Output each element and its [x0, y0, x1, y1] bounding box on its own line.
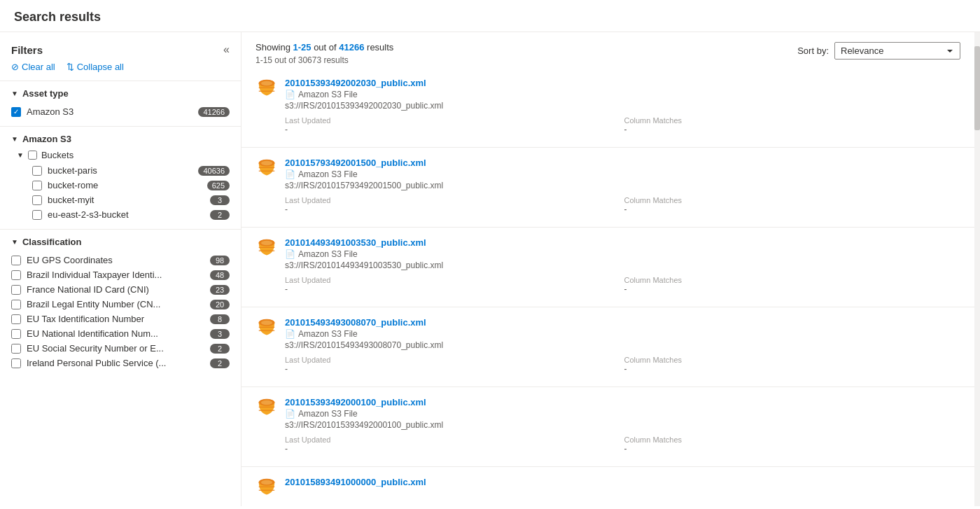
column-matches-label-2: Column Matches [624, 196, 961, 204]
last-updated-value-2: - [285, 204, 622, 214]
amazon-s3-checkbox[interactable]: ✓ [11, 107, 21, 117]
filter-item-bucket-paris[interactable]: bucket-paris 40636 [32, 163, 230, 178]
classification-chevron: ▼ [11, 238, 18, 246]
result-type-5: 📄 Amazon S3 File [285, 409, 960, 419]
s3-bucket-icon [255, 158, 278, 180]
s3-bucket-icon [255, 477, 278, 499]
clear-all-link[interactable]: ⊘ Clear all [11, 62, 55, 72]
filter-item-eu-gps[interactable]: EU GPS Coordinates 98 [11, 253, 230, 267]
asset-type-chevron: ▼ [11, 90, 18, 97]
sort-select[interactable]: Relevance Last Updated Name [834, 42, 960, 60]
asset-type-header[interactable]: ▼ Asset type [11, 88, 230, 99]
amazon-s3-chevron: ▼ [11, 135, 18, 143]
filter-item-eu-tax[interactable]: EU Tax Identification Number 8 [11, 312, 230, 326]
result-item[interactable]: 201015793492001500_public.xml 📄 Amazon S… [241, 148, 974, 228]
ireland-personal-checkbox[interactable] [11, 358, 21, 368]
file-icon-1: 📄 [285, 90, 295, 99]
last-updated-label-4: Last Updated [285, 356, 622, 364]
eu-social-count: 2 [210, 344, 230, 354]
asset-type-label: Asset type [22, 88, 69, 99]
column-matches-label-3: Column Matches [624, 276, 961, 284]
eu-social-checkbox[interactable] [11, 344, 21, 354]
bucket-myit-checkbox[interactable] [32, 195, 42, 205]
column-matches-value-3: - [624, 284, 961, 294]
results-total: 41266 [339, 42, 367, 53]
result-meta-3: Last Updated - Column Matches - [285, 276, 960, 294]
bucket-paris-checkbox[interactable] [32, 166, 42, 176]
eu-gps-checkbox[interactable] [11, 256, 21, 265]
buckets-header[interactable]: ▼ Buckets [17, 150, 230, 160]
filter-item-eu-social[interactable]: EU Social Security Number or E... 2 [11, 341, 230, 356]
eu-national-label: EU National Identification Num... [27, 328, 204, 339]
bucket-paris-label: bucket-paris [48, 165, 192, 176]
results-scroll: 201015393492002030_public.xml 📄 Amazon S… [241, 68, 974, 506]
s3-bucket-icon [255, 237, 278, 260]
result-title-6[interactable]: 201015893491000000_public.xml [285, 477, 426, 487]
filter-item-bucket-myit[interactable]: bucket-myit 3 [32, 193, 230, 207]
result-title-2[interactable]: 201015793492001500_public.xml [285, 158, 426, 168]
result-path-3: s3://IRS/201014493491003530_public.xml [285, 260, 960, 270]
eu-gps-count: 98 [210, 256, 230, 265]
result-item[interactable]: 201015893491000000_public.xml [241, 467, 974, 506]
sidebar-filter-scroll: ▼ Asset type ✓ Amazon S3 41266 ▼ Amazon … [0, 81, 241, 506]
france-national-label: France National ID Card (CNI) [27, 284, 204, 295]
result-path-2: s3://IRS/201015793492001500_public.xml [285, 181, 960, 190]
result-path-4: s3://IRS/201015493493008070_public.xml [285, 340, 960, 350]
collapse-all-link[interactable]: ⇅ Collapse all [66, 62, 124, 72]
right-scrollbar-thumb[interactable] [974, 46, 980, 130]
classification-section: ▼ Classification EU GPS Coordinates 98 B… [0, 230, 241, 377]
result-title-5[interactable]: 201015393492000100_public.xml [285, 397, 426, 407]
sidebar: Filters « ⊘ Clear all ⇅ Collapse all ▼ A… [0, 32, 241, 506]
filter-item-amazon-s3[interactable]: ✓ Amazon S3 41266 [11, 104, 230, 119]
last-updated-value-5: - [285, 444, 622, 454]
last-updated-value-1: - [285, 125, 622, 134]
eu-tax-label: EU Tax Identification Number [27, 314, 204, 324]
results-area: Showing 1-25 out of 41266 results 1-15 o… [241, 32, 974, 506]
filter-item-brazil-legal[interactable]: Brazil Legal Entity Number (CN... 20 [11, 297, 230, 312]
svg-point-18 [261, 321, 272, 325]
classification-header[interactable]: ▼ Classification [11, 237, 230, 247]
result-type-1: 📄 Amazon S3 File [285, 90, 960, 99]
result-path-5: s3://IRS/201015393492000100_public.xml [285, 420, 960, 430]
asset-type-section: ▼ Asset type ✓ Amazon S3 41266 [0, 81, 241, 126]
filter-item-brazil-individual[interactable]: Brazil Individual Taxpayer Identi... 48 [11, 267, 230, 282]
result-item[interactable]: 201014493491003530_public.xml 📄 Amazon S… [241, 228, 974, 307]
france-national-checkbox[interactable] [11, 285, 21, 295]
filter-item-bucket-rome[interactable]: bucket-rome 625 [32, 178, 230, 193]
result-item[interactable]: 201015493493008070_public.xml 📄 Amazon S… [241, 307, 974, 387]
eu-east-2-checkbox[interactable] [32, 210, 42, 220]
brazil-legal-checkbox[interactable] [11, 300, 21, 309]
results-sub: 1-15 out of 30673 results [255, 55, 393, 65]
result-title-3[interactable]: 201014493491003530_public.xml [285, 237, 426, 248]
result-title-4[interactable]: 201015493493008070_public.xml [285, 317, 426, 328]
classification-label: Classification [22, 237, 82, 247]
eu-tax-checkbox[interactable] [11, 314, 21, 324]
result-item[interactable]: 201015393492000100_public.xml 📄 Amazon S… [241, 387, 974, 467]
collapse-sidebar-icon[interactable]: « [223, 43, 230, 56]
filter-item-france-national[interactable]: France National ID Card (CNI) 23 [11, 282, 230, 297]
filter-item-ireland-personal[interactable]: Ireland Personal Public Service (... 2 [11, 356, 230, 370]
sort-area: Sort by: Relevance Last Updated Name [797, 42, 960, 60]
bucket-myit-count: 3 [210, 195, 230, 205]
file-icon-2: 📄 [285, 169, 295, 179]
brazil-individual-checkbox[interactable] [11, 270, 21, 280]
result-item[interactable]: 201015393492002030_public.xml 📄 Amazon S… [241, 68, 974, 148]
eu-national-count: 3 [210, 329, 230, 339]
amazon-s3-label: Amazon S3 [27, 106, 192, 117]
filter-item-eu-national[interactable]: EU National Identification Num... 3 [11, 326, 230, 341]
bucket-items: bucket-paris 40636 bucket-rome 625 bucke… [32, 163, 230, 222]
file-icon-4: 📄 [285, 329, 295, 339]
buckets-checkbox[interactable] [28, 151, 37, 160]
right-scrollbar[interactable] [974, 32, 980, 506]
column-matches-value-1: - [624, 125, 961, 134]
result-type-4: 📄 Amazon S3 File [285, 329, 960, 339]
amazon-s3-section-header[interactable]: ▼ Amazon S3 [11, 134, 230, 144]
clear-all-label: Clear all [22, 62, 55, 72]
eu-national-checkbox[interactable] [11, 329, 21, 339]
result-title-1[interactable]: 201015393492002030_public.xml [285, 78, 426, 88]
s3-bucket-icon [255, 317, 278, 340]
results-count-line: Showing 1-25 out of 41266 results [255, 42, 393, 53]
filter-item-eu-east-2[interactable]: eu-east-2-s3-bucket 2 [32, 207, 230, 222]
bucket-rome-checkbox[interactable] [32, 181, 42, 190]
amazon-s3-section: ▼ Amazon S3 ▼ Buckets bucket-paris 40636 [0, 127, 241, 229]
